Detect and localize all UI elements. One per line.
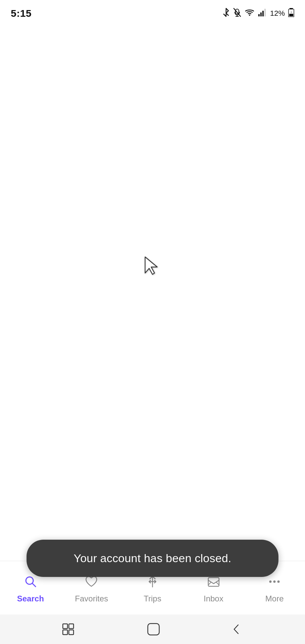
svg-point-15 bbox=[269, 580, 272, 583]
svg-rect-18 bbox=[63, 624, 68, 629]
battery-percent: 12% bbox=[270, 9, 285, 18]
system-nav bbox=[0, 614, 305, 644]
status-bar: 5:15 bbox=[0, 0, 305, 24]
nav-label-trips: Trips bbox=[144, 594, 161, 603]
toast-container: Your account has been closed. bbox=[27, 540, 278, 577]
back-button[interactable] bbox=[231, 622, 243, 636]
nav-label-search: Search bbox=[17, 594, 44, 603]
nav-label-more: More bbox=[265, 594, 284, 603]
bluetooth-icon bbox=[222, 8, 230, 19]
svg-rect-7 bbox=[264, 9, 266, 16]
svg-line-13 bbox=[32, 583, 36, 587]
svg-rect-6 bbox=[262, 11, 264, 16]
svg-point-3 bbox=[249, 14, 250, 16]
svg-point-17 bbox=[277, 580, 280, 583]
svg-rect-10 bbox=[289, 14, 293, 16]
signal-icon bbox=[258, 8, 267, 19]
main-content bbox=[0, 24, 305, 561]
nav-label-inbox: Inbox bbox=[204, 594, 223, 603]
mute-icon bbox=[233, 8, 241, 19]
wifi-icon bbox=[245, 8, 255, 18]
svg-rect-14 bbox=[208, 578, 219, 586]
status-time: 5:15 bbox=[11, 8, 32, 19]
home-button[interactable] bbox=[146, 622, 161, 636]
svg-rect-5 bbox=[260, 12, 262, 16]
svg-text:!: ! bbox=[291, 11, 292, 14]
cursor bbox=[142, 256, 159, 277]
svg-rect-21 bbox=[69, 630, 74, 635]
toast-message: Your account has been closed. bbox=[27, 540, 278, 577]
svg-point-16 bbox=[273, 580, 276, 583]
svg-rect-22 bbox=[148, 624, 159, 635]
svg-rect-9 bbox=[290, 8, 293, 9]
status-icons: 12% ! bbox=[222, 8, 294, 19]
svg-rect-19 bbox=[63, 630, 68, 635]
nav-label-favorites: Favorites bbox=[75, 594, 108, 603]
svg-rect-20 bbox=[69, 624, 74, 629]
recent-apps-button[interactable] bbox=[62, 623, 76, 635]
battery-icon: ! bbox=[288, 8, 294, 19]
svg-rect-4 bbox=[258, 14, 260, 16]
